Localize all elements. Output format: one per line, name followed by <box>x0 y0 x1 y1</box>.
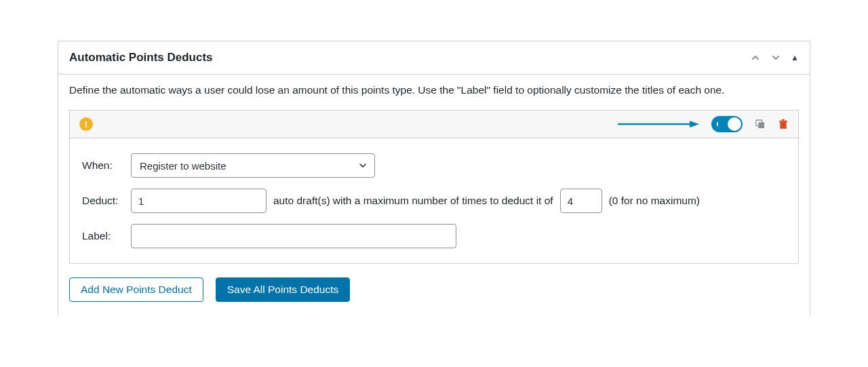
arrow-right-icon <box>618 120 699 128</box>
when-label: When: <box>82 159 124 172</box>
max-times-input[interactable] <box>560 189 602 213</box>
deduct-input[interactable] <box>131 189 267 213</box>
label-row: Label: <box>82 224 786 248</box>
panel-header: Automatic Points Deducts ▲ <box>58 41 810 75</box>
max-hint: (0 for no maximum) <box>609 195 700 207</box>
action-row: Add New Points Deduct Save All Points De… <box>69 264 799 302</box>
deduct-rule: ! <box>69 110 799 264</box>
deduct-label: Deduct: <box>82 195 124 207</box>
label-label: Label: <box>82 230 124 242</box>
deduct-row: Deduct: auto draft(s) with a maximum num… <box>82 189 786 213</box>
svg-rect-4 <box>780 122 786 129</box>
deduct-between-text: auto draft(s) with a maximum number of t… <box>273 195 553 207</box>
trash-icon[interactable] <box>778 118 789 130</box>
chevron-down-icon[interactable] <box>770 52 781 63</box>
svg-rect-2 <box>758 122 764 128</box>
svg-rect-6 <box>782 119 785 121</box>
rule-body: When: Register to website Deduct: auto d… <box>70 138 798 263</box>
points-deducts-panel: Automatic Points Deducts ▲ Define the au… <box>58 41 810 315</box>
label-input[interactable] <box>131 224 456 248</box>
active-toggle[interactable] <box>711 116 743 132</box>
warning-icon: ! <box>79 117 93 131</box>
chevron-up-icon[interactable] <box>750 52 761 63</box>
svg-rect-5 <box>779 121 787 122</box>
triangle-up-icon[interactable]: ▲ <box>791 53 799 62</box>
svg-marker-1 <box>690 121 699 128</box>
when-select[interactable]: Register to website <box>131 153 375 178</box>
add-deduct-button[interactable]: Add New Points Deduct <box>69 277 203 302</box>
when-row: When: Register to website <box>82 153 786 178</box>
rule-header: ! <box>70 111 798 138</box>
panel-title: Automatic Points Deducts <box>69 51 213 64</box>
panel-controls: ▲ <box>750 52 799 63</box>
panel-body: Define the automatic ways a user could l… <box>58 75 810 315</box>
duplicate-icon[interactable] <box>755 119 766 130</box>
panel-description: Define the automatic ways a user could l… <box>69 84 799 96</box>
save-deducts-button[interactable]: Save All Points Deducts <box>216 277 351 302</box>
